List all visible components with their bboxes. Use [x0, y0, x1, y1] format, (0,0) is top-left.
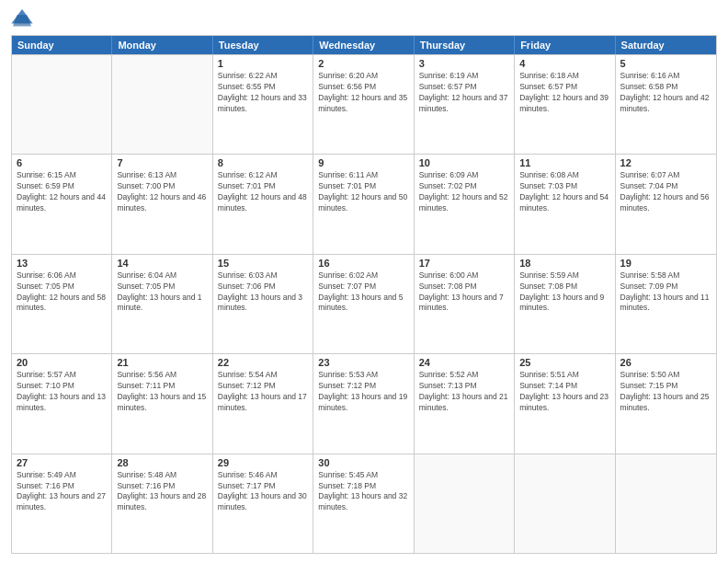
calendar-row: 1Sunrise: 6:22 AM Sunset: 6:55 PM Daylig… — [12, 54, 716, 154]
calendar-cell — [112, 55, 212, 154]
calendar-cell: 5Sunrise: 6:16 AM Sunset: 6:58 PM Daylig… — [616, 55, 716, 154]
calendar-cell: 19Sunrise: 5:58 AM Sunset: 7:09 PM Dayli… — [616, 255, 716, 353]
day-info: Sunrise: 6:19 AM Sunset: 6:57 PM Dayligh… — [419, 71, 509, 115]
logo-icon — [11, 9, 33, 28]
weekday-header: Tuesday — [213, 36, 313, 54]
day-info: Sunrise: 5:50 AM Sunset: 7:15 PM Dayligh… — [620, 370, 711, 414]
day-number: 14 — [117, 258, 207, 269]
day-info: Sunrise: 6:03 AM Sunset: 7:06 PM Dayligh… — [218, 270, 308, 315]
calendar-cell: 8Sunrise: 6:12 AM Sunset: 7:01 PM Daylig… — [213, 155, 313, 253]
day-info: Sunrise: 5:57 AM Sunset: 7:10 PM Dayligh… — [17, 370, 107, 414]
calendar-cell: 10Sunrise: 6:09 AM Sunset: 7:02 PM Dayli… — [415, 155, 515, 253]
calendar-cell: 27Sunrise: 5:49 AM Sunset: 7:16 PM Dayli… — [12, 454, 112, 553]
calendar-cell: 13Sunrise: 6:06 AM Sunset: 7:05 PM Dayli… — [12, 255, 112, 353]
calendar-cell: 14Sunrise: 6:04 AM Sunset: 7:05 PM Dayli… — [112, 255, 212, 353]
calendar-cell: 3Sunrise: 6:19 AM Sunset: 6:57 PM Daylig… — [415, 55, 515, 154]
day-info: Sunrise: 6:08 AM Sunset: 7:03 PM Dayligh… — [519, 170, 609, 214]
day-number: 27 — [17, 457, 107, 468]
calendar-cell: 21Sunrise: 5:56 AM Sunset: 7:11 PM Dayli… — [112, 354, 212, 453]
calendar-cell: 25Sunrise: 5:51 AM Sunset: 7:14 PM Dayli… — [515, 354, 615, 453]
day-number: 22 — [218, 357, 308, 368]
day-number: 19 — [620, 258, 711, 269]
logo — [11, 9, 37, 28]
day-info: Sunrise: 6:13 AM Sunset: 7:00 PM Dayligh… — [117, 170, 207, 214]
day-number: 12 — [620, 157, 711, 168]
calendar-body: 1Sunrise: 6:22 AM Sunset: 6:55 PM Daylig… — [12, 54, 716, 553]
day-number: 9 — [318, 157, 408, 168]
day-number: 20 — [17, 357, 107, 368]
day-number: 11 — [519, 157, 609, 168]
calendar-cell: 16Sunrise: 6:02 AM Sunset: 7:07 PM Dayli… — [313, 255, 414, 353]
day-number: 30 — [318, 457, 408, 468]
day-info: Sunrise: 6:00 AM Sunset: 7:08 PM Dayligh… — [419, 270, 509, 315]
day-info: Sunrise: 6:22 AM Sunset: 6:55 PM Dayligh… — [218, 71, 308, 115]
calendar-cell: 17Sunrise: 6:00 AM Sunset: 7:08 PM Dayli… — [415, 255, 515, 353]
calendar-cell: 22Sunrise: 5:54 AM Sunset: 7:12 PM Dayli… — [213, 354, 313, 453]
calendar-cell: 11Sunrise: 6:08 AM Sunset: 7:03 PM Dayli… — [515, 155, 615, 253]
calendar-row: 27Sunrise: 5:49 AM Sunset: 7:16 PM Dayli… — [12, 454, 716, 553]
calendar-cell — [616, 454, 716, 553]
day-number: 21 — [117, 357, 207, 368]
day-info: Sunrise: 6:20 AM Sunset: 6:56 PM Dayligh… — [318, 71, 408, 115]
calendar-cell: 24Sunrise: 5:52 AM Sunset: 7:13 PM Dayli… — [415, 354, 515, 453]
day-number: 29 — [218, 457, 308, 468]
day-info: Sunrise: 5:51 AM Sunset: 7:14 PM Dayligh… — [519, 370, 609, 414]
calendar-cell: 2Sunrise: 6:20 AM Sunset: 6:56 PM Daylig… — [313, 55, 414, 154]
day-info: Sunrise: 6:15 AM Sunset: 6:59 PM Dayligh… — [17, 170, 107, 214]
day-number: 2 — [318, 58, 408, 69]
day-number: 13 — [17, 258, 107, 269]
calendar-cell: 6Sunrise: 6:15 AM Sunset: 6:59 PM Daylig… — [12, 155, 112, 253]
day-number: 15 — [218, 258, 308, 269]
calendar-cell: 7Sunrise: 6:13 AM Sunset: 7:00 PM Daylig… — [112, 155, 212, 253]
calendar: SundayMondayTuesdayWednesdayThursdayFrid… — [11, 35, 717, 554]
day-number: 6 — [17, 157, 107, 168]
calendar-cell: 15Sunrise: 6:03 AM Sunset: 7:06 PM Dayli… — [213, 255, 313, 353]
day-info: Sunrise: 6:09 AM Sunset: 7:02 PM Dayligh… — [419, 170, 509, 214]
calendar-row: 20Sunrise: 5:57 AM Sunset: 7:10 PM Dayli… — [12, 353, 716, 453]
day-info: Sunrise: 6:06 AM Sunset: 7:05 PM Dayligh… — [17, 270, 107, 315]
day-info: Sunrise: 5:48 AM Sunset: 7:16 PM Dayligh… — [117, 470, 207, 514]
calendar-cell — [12, 55, 112, 154]
day-number: 23 — [318, 357, 408, 368]
calendar-cell: 29Sunrise: 5:46 AM Sunset: 7:17 PM Dayli… — [213, 454, 313, 553]
calendar-cell — [415, 454, 515, 553]
calendar-row: 13Sunrise: 6:06 AM Sunset: 7:05 PM Dayli… — [12, 254, 716, 353]
calendar-cell: 20Sunrise: 5:57 AM Sunset: 7:10 PM Dayli… — [12, 354, 112, 453]
calendar-cell: 18Sunrise: 5:59 AM Sunset: 7:08 PM Dayli… — [515, 255, 615, 353]
day-info: Sunrise: 6:07 AM Sunset: 7:04 PM Dayligh… — [620, 170, 711, 214]
day-number: 25 — [519, 357, 609, 368]
day-number: 18 — [519, 258, 609, 269]
header — [11, 9, 717, 28]
calendar-cell: 9Sunrise: 6:11 AM Sunset: 7:01 PM Daylig… — [313, 155, 414, 253]
day-number: 1 — [218, 58, 308, 69]
calendar-header: SundayMondayTuesdayWednesdayThursdayFrid… — [12, 36, 716, 54]
weekday-header: Saturday — [616, 36, 716, 54]
day-info: Sunrise: 5:56 AM Sunset: 7:11 PM Dayligh… — [117, 370, 207, 414]
svg-marker-1 — [13, 15, 31, 26]
calendar-cell — [515, 454, 615, 553]
day-number: 8 — [218, 157, 308, 168]
calendar-cell: 28Sunrise: 5:48 AM Sunset: 7:16 PM Dayli… — [112, 454, 212, 553]
weekday-header: Monday — [112, 36, 212, 54]
weekday-header: Friday — [515, 36, 615, 54]
day-info: Sunrise: 5:52 AM Sunset: 7:13 PM Dayligh… — [419, 370, 509, 414]
day-number: 3 — [419, 58, 509, 69]
day-info: Sunrise: 5:54 AM Sunset: 7:12 PM Dayligh… — [218, 370, 308, 414]
day-number: 10 — [419, 157, 509, 168]
calendar-cell: 12Sunrise: 6:07 AM Sunset: 7:04 PM Dayli… — [616, 155, 716, 253]
day-info: Sunrise: 5:45 AM Sunset: 7:18 PM Dayligh… — [318, 470, 408, 514]
calendar-cell: 4Sunrise: 6:18 AM Sunset: 6:57 PM Daylig… — [515, 55, 615, 154]
calendar-cell: 30Sunrise: 5:45 AM Sunset: 7:18 PM Dayli… — [313, 454, 414, 553]
day-info: Sunrise: 6:16 AM Sunset: 6:58 PM Dayligh… — [620, 71, 711, 115]
page-container: SundayMondayTuesdayWednesdayThursdayFrid… — [0, 0, 728, 563]
day-number: 26 — [620, 357, 711, 368]
day-number: 4 — [519, 58, 609, 69]
day-info: Sunrise: 5:49 AM Sunset: 7:16 PM Dayligh… — [17, 470, 107, 514]
day-info: Sunrise: 6:18 AM Sunset: 6:57 PM Dayligh… — [519, 71, 609, 115]
day-number: 17 — [419, 258, 509, 269]
calendar-cell: 1Sunrise: 6:22 AM Sunset: 6:55 PM Daylig… — [213, 55, 313, 154]
day-info: Sunrise: 5:59 AM Sunset: 7:08 PM Dayligh… — [519, 270, 609, 315]
day-info: Sunrise: 6:04 AM Sunset: 7:05 PM Dayligh… — [117, 270, 207, 315]
day-info: Sunrise: 6:12 AM Sunset: 7:01 PM Dayligh… — [218, 170, 308, 214]
day-number: 5 — [620, 58, 711, 69]
